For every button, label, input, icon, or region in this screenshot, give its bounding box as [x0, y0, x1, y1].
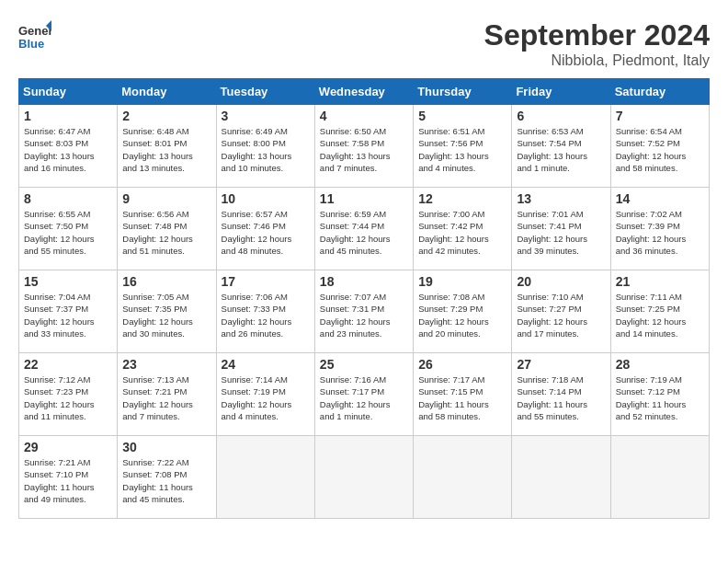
day-number: 16 [122, 274, 210, 289]
day-number: 15 [24, 274, 112, 289]
table-row [512, 436, 610, 519]
table-row: 15Sunrise: 7:04 AM Sunset: 7:37 PM Dayli… [19, 270, 118, 353]
day-info: Sunrise: 6:59 AM Sunset: 7:44 PM Dayligh… [320, 208, 408, 257]
day-number: 13 [517, 191, 605, 206]
col-tuesday: Tuesday [216, 79, 314, 105]
table-row: 10Sunrise: 6:57 AM Sunset: 7:46 PM Dayli… [216, 188, 314, 270]
calendar-header-row: Sunday Monday Tuesday Wednesday Thursday… [19, 79, 710, 105]
day-info: Sunrise: 7:22 AM Sunset: 7:08 PM Dayligh… [122, 456, 210, 505]
day-info: Sunrise: 7:00 AM Sunset: 7:42 PM Dayligh… [418, 208, 506, 257]
table-row: 16Sunrise: 7:05 AM Sunset: 7:35 PM Dayli… [118, 270, 216, 353]
table-row: 6Sunrise: 6:53 AM Sunset: 7:54 PM Daylig… [512, 105, 610, 188]
col-wednesday: Wednesday [314, 79, 413, 105]
day-info: Sunrise: 7:10 AM Sunset: 7:27 PM Dayligh… [517, 291, 605, 339]
table-row [216, 436, 314, 519]
day-info: Sunrise: 6:54 AM Sunset: 7:52 PM Dayligh… [616, 125, 704, 174]
table-row: 8Sunrise: 6:55 AM Sunset: 7:50 PM Daylig… [19, 188, 118, 270]
calendar-week-row: 15Sunrise: 7:04 AM Sunset: 7:37 PM Dayli… [19, 270, 710, 353]
col-monday: Monday [118, 79, 216, 105]
table-row: 19Sunrise: 7:08 AM Sunset: 7:29 PM Dayli… [414, 270, 512, 353]
table-row: 11Sunrise: 6:59 AM Sunset: 7:44 PM Dayli… [314, 188, 413, 270]
table-row: 5Sunrise: 6:51 AM Sunset: 7:56 PM Daylig… [414, 105, 512, 188]
table-row: 12Sunrise: 7:00 AM Sunset: 7:42 PM Dayli… [414, 188, 512, 270]
day-info: Sunrise: 7:02 AM Sunset: 7:39 PM Dayligh… [616, 208, 704, 257]
day-number: 26 [418, 357, 506, 372]
table-row: 14Sunrise: 7:02 AM Sunset: 7:39 PM Dayli… [610, 188, 709, 270]
day-number: 3 [222, 109, 310, 123]
table-row: 1Sunrise: 6:47 AM Sunset: 8:03 PM Daylig… [19, 105, 118, 188]
day-info: Sunrise: 7:04 AM Sunset: 7:37 PM Dayligh… [24, 291, 112, 339]
day-info: Sunrise: 7:11 AM Sunset: 7:25 PM Dayligh… [616, 291, 704, 339]
day-number: 18 [320, 274, 408, 289]
day-info: Sunrise: 7:21 AM Sunset: 7:10 PM Dayligh… [24, 456, 112, 505]
day-number: 24 [222, 357, 310, 372]
day-info: Sunrise: 7:13 AM Sunset: 7:21 PM Dayligh… [122, 373, 210, 422]
day-number: 23 [122, 357, 210, 372]
table-row: 7Sunrise: 6:54 AM Sunset: 7:52 PM Daylig… [610, 105, 709, 188]
logo-icon: General Blue [18, 18, 51, 52]
logo: General Blue [18, 18, 51, 52]
calendar-table: Sunday Monday Tuesday Wednesday Thursday… [18, 78, 710, 519]
calendar-week-row: 29Sunrise: 7:21 AM Sunset: 7:10 PM Dayli… [19, 436, 710, 519]
day-number: 27 [517, 357, 605, 372]
table-row: 26Sunrise: 7:17 AM Sunset: 7:15 PM Dayli… [414, 353, 512, 436]
table-row: 9Sunrise: 6:56 AM Sunset: 7:48 PM Daylig… [118, 188, 216, 270]
month-title: September 2024 [484, 18, 710, 52]
day-number: 9 [122, 191, 210, 206]
table-row: 25Sunrise: 7:16 AM Sunset: 7:17 PM Dayli… [314, 353, 413, 436]
col-friday: Friday [512, 79, 610, 105]
table-row: 23Sunrise: 7:13 AM Sunset: 7:21 PM Dayli… [118, 353, 216, 436]
table-row: 13Sunrise: 7:01 AM Sunset: 7:41 PM Dayli… [512, 188, 610, 270]
table-row: 30Sunrise: 7:22 AM Sunset: 7:08 PM Dayli… [118, 436, 216, 519]
col-thursday: Thursday [414, 79, 512, 105]
day-info: Sunrise: 6:49 AM Sunset: 8:00 PM Dayligh… [222, 125, 310, 174]
day-info: Sunrise: 7:12 AM Sunset: 7:23 PM Dayligh… [24, 373, 112, 422]
table-row: 27Sunrise: 7:18 AM Sunset: 7:14 PM Dayli… [512, 353, 610, 436]
day-number: 5 [418, 109, 506, 123]
table-row [610, 436, 709, 519]
table-row: 29Sunrise: 7:21 AM Sunset: 7:10 PM Dayli… [19, 436, 118, 519]
day-info: Sunrise: 6:53 AM Sunset: 7:54 PM Dayligh… [517, 125, 605, 174]
day-number: 6 [517, 109, 605, 123]
day-info: Sunrise: 6:51 AM Sunset: 7:56 PM Dayligh… [418, 125, 506, 174]
day-number: 12 [418, 191, 506, 206]
table-row: 22Sunrise: 7:12 AM Sunset: 7:23 PM Dayli… [19, 353, 118, 436]
table-row: 4Sunrise: 6:50 AM Sunset: 7:58 PM Daylig… [314, 105, 413, 188]
day-info: Sunrise: 7:17 AM Sunset: 7:15 PM Dayligh… [418, 373, 506, 422]
table-row: 18Sunrise: 7:07 AM Sunset: 7:31 PM Dayli… [314, 270, 413, 353]
table-row: 3Sunrise: 6:49 AM Sunset: 8:00 PM Daylig… [216, 105, 314, 188]
table-row: 20Sunrise: 7:10 AM Sunset: 7:27 PM Dayli… [512, 270, 610, 353]
page-header: General Blue September 2024 Nibbiola, Pi… [18, 18, 710, 69]
day-number: 21 [616, 274, 704, 289]
day-number: 4 [320, 109, 408, 123]
day-number: 2 [122, 109, 210, 123]
day-number: 29 [24, 440, 112, 454]
day-number: 14 [616, 191, 704, 206]
day-number: 19 [418, 274, 506, 289]
day-number: 25 [320, 357, 408, 372]
day-info: Sunrise: 6:48 AM Sunset: 8:01 PM Dayligh… [122, 125, 210, 174]
table-row [314, 436, 413, 519]
day-info: Sunrise: 6:56 AM Sunset: 7:48 PM Dayligh… [122, 208, 210, 257]
day-number: 22 [24, 357, 112, 372]
day-number: 1 [24, 109, 112, 123]
day-info: Sunrise: 7:18 AM Sunset: 7:14 PM Dayligh… [517, 373, 605, 422]
day-info: Sunrise: 7:14 AM Sunset: 7:19 PM Dayligh… [222, 373, 310, 422]
title-block: September 2024 Nibbiola, Piedmont, Italy [484, 18, 710, 69]
day-number: 8 [24, 191, 112, 206]
svg-text:Blue: Blue [18, 37, 44, 51]
day-number: 30 [122, 440, 210, 454]
day-info: Sunrise: 6:50 AM Sunset: 7:58 PM Dayligh… [320, 125, 408, 174]
calendar-week-row: 22Sunrise: 7:12 AM Sunset: 7:23 PM Dayli… [19, 353, 710, 436]
day-number: 7 [616, 109, 704, 123]
day-number: 10 [222, 191, 310, 206]
day-number: 28 [616, 357, 704, 372]
table-row: 2Sunrise: 6:48 AM Sunset: 8:01 PM Daylig… [118, 105, 216, 188]
day-info: Sunrise: 7:16 AM Sunset: 7:17 PM Dayligh… [320, 373, 408, 422]
day-info: Sunrise: 7:19 AM Sunset: 7:12 PM Dayligh… [616, 373, 704, 422]
day-info: Sunrise: 6:57 AM Sunset: 7:46 PM Dayligh… [222, 208, 310, 257]
col-sunday: Sunday [19, 79, 118, 105]
calendar-week-row: 8Sunrise: 6:55 AM Sunset: 7:50 PM Daylig… [19, 188, 710, 270]
day-info: Sunrise: 6:47 AM Sunset: 8:03 PM Dayligh… [24, 125, 112, 174]
table-row [414, 436, 512, 519]
